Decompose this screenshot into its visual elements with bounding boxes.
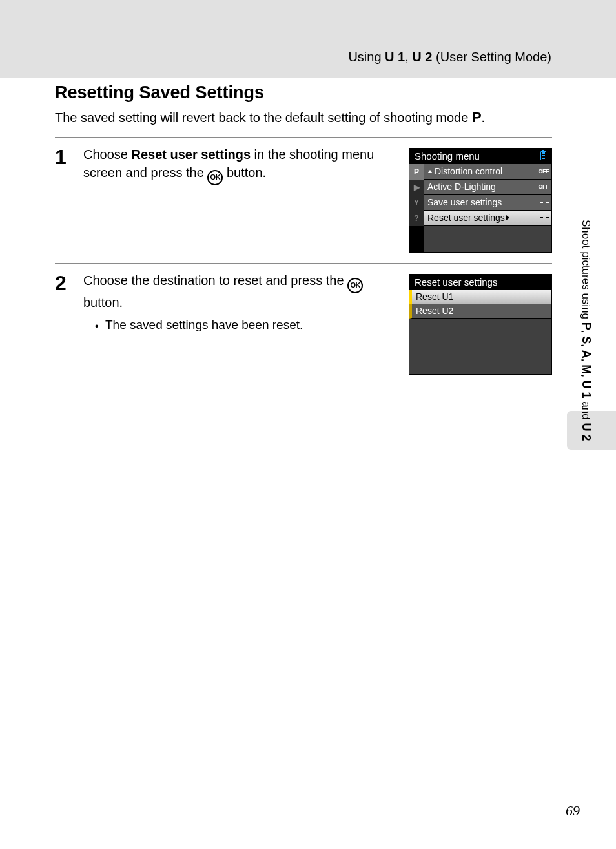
section-title: Resetting Saved Settings (55, 83, 552, 103)
cam1-tab-playback: ▶ (409, 180, 424, 195)
cam2-titlebar: Reset user settings (409, 275, 551, 290)
cam1-row-distortion: Distortion control OFF (424, 164, 551, 180)
cam1-titlebar: Shooting menu (409, 149, 551, 164)
cam1-row1-label: Distortion control (435, 166, 502, 176)
ok-button-icon: OK (207, 170, 223, 185)
running-head-suffix: (User Setting Mode) (432, 50, 551, 64)
running-head-u2: U 2 (412, 50, 432, 64)
cam1-tab-setup: Y (409, 195, 424, 211)
step-1: 1 Choose Reset user settings in the shoo… (55, 138, 552, 263)
header-grey-bg (0, 0, 616, 78)
side-and: and (580, 399, 592, 423)
side-a: A (580, 350, 593, 359)
intro-paragraph: The saved setting will revert back to th… (55, 108, 552, 128)
page-content: Resetting Saved Settings The saved setti… (55, 78, 552, 385)
intro-part1: The saved setting will revert back to th… (55, 110, 472, 125)
step-1-bold: Reset user settings (132, 147, 251, 162)
cam1-title: Shooting menu (415, 151, 480, 162)
step-2-t1: Choose the destination to reset and pres… (83, 273, 347, 288)
step-1-t3: button. (223, 165, 266, 180)
camera-menu-screenshot-1: Shooting menu P ▶ Y ? Distortion control… (409, 148, 552, 253)
chevron-right-icon (506, 215, 509, 220)
side-c4: , (580, 374, 592, 380)
running-head-u1: U 1 (385, 50, 405, 64)
side-u2: U 2 (580, 423, 593, 441)
running-head-sep: , (405, 50, 412, 64)
cam2-row-reset-u1-selected: Reset U1 (409, 290, 551, 304)
running-head: Using U 1, U 2 (User Setting Mode) (0, 50, 551, 65)
cam2-title: Reset user settings (415, 277, 497, 288)
cam1-row-reset-selected: Reset user settings (424, 211, 551, 226)
bullet-dot-icon: • (95, 318, 105, 335)
running-head-prefix: Using (348, 50, 385, 64)
scroll-up-caret-icon (427, 170, 433, 173)
side-chapter-label: Shoot pictures using P, S, A, M, U 1 and… (579, 220, 593, 459)
cam1-row1-value: OFF (539, 168, 549, 174)
side-p: P (580, 322, 593, 330)
step-2-bullet-text: The saved settings have been reset. (105, 318, 303, 335)
dash-value-icon (540, 200, 549, 205)
cam1-row-dlighting: Active D-Lighting OFF (424, 180, 551, 195)
step-2-t2: button. (83, 295, 123, 309)
cam1-row-save: Save user settings (424, 195, 551, 211)
cam1-tab-help: ? (409, 211, 424, 226)
side-c3: , (580, 359, 592, 364)
cam1-tab-shoot: P (409, 164, 424, 180)
cam1-empty-area (424, 226, 551, 252)
side-u1: U 1 (580, 381, 593, 399)
camera-menu-screenshot-2: Reset user settings Reset U1 Reset U2 (409, 274, 552, 375)
side-c1: , (580, 330, 592, 336)
step-2-bullet: • The saved settings have been reset. (83, 318, 402, 335)
step-1-t1: Choose (83, 147, 132, 162)
side-m: M (580, 364, 593, 374)
intro-part2: . (482, 110, 486, 125)
page-number: 69 (566, 802, 580, 819)
cam1-row4-label: Reset user settings (427, 213, 505, 223)
step-1-number: 1 (55, 145, 83, 167)
step-2-text: Choose the destination to reset and pres… (83, 271, 402, 311)
cam2-row-reset-u2: Reset U2 (409, 304, 551, 319)
step-1-text: Choose Reset user settings in the shooti… (83, 145, 402, 185)
step-2: 2 Choose the destination to reset and pr… (55, 264, 552, 385)
cam1-row2-value: OFF (539, 183, 549, 190)
mode-p-icon: P (472, 109, 482, 125)
side-c2: , (580, 344, 592, 350)
cam1-row2-label: Active D-Lighting (427, 182, 496, 192)
cam1-row3-label: Save user settings (427, 197, 502, 207)
ok-button-icon: OK (347, 278, 363, 293)
cam1-side-tabs: P ▶ Y ? (409, 164, 424, 252)
dash-value-icon (540, 215, 549, 220)
side-s: S (580, 336, 593, 344)
battery-icon (540, 151, 546, 160)
step-2-number: 2 (55, 271, 83, 293)
side-t1: Shoot pictures using (580, 220, 592, 322)
